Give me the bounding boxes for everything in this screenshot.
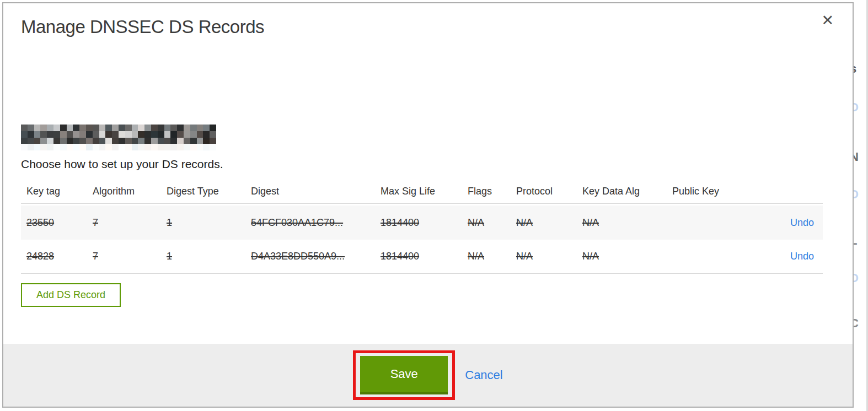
background-text-fragment: D bbox=[854, 271, 859, 285]
cell-max-sig-life: 1814400 bbox=[375, 217, 462, 229]
cell-digest: 54FCF030AA1C79... bbox=[245, 217, 375, 229]
cell-digest: D4A33E8DD550A9... bbox=[245, 251, 375, 262]
cell-key-tag: 23550 bbox=[21, 217, 87, 229]
background-text-fragment: D bbox=[854, 187, 859, 202]
column-header-max-sig-life: Max Sig Life bbox=[375, 186, 462, 197]
background-text-fragment: D bbox=[854, 100, 859, 115]
cell-max-sig-life: 1814400 bbox=[375, 251, 462, 262]
background-text-fragment: L bbox=[854, 234, 857, 248]
column-header-protocol: Protocol bbox=[511, 186, 577, 197]
background-text-fragment: N bbox=[854, 150, 859, 164]
table-header-row: Key tag Algorithm Digest Type Digest Max… bbox=[21, 180, 823, 204]
intro-text: Choose how to set up your DS records. bbox=[21, 158, 223, 171]
table-row: 23550 7 1 54FCF030AA1C79... 1814400 N/A … bbox=[21, 206, 823, 240]
manage-dnssec-dialog: Manage DNSSEC DS Records ✕ Choose how to… bbox=[2, 2, 854, 408]
cell-flags: N/A bbox=[462, 217, 511, 229]
annotation-highlight-box: Save bbox=[353, 350, 455, 400]
background-text-fragment: s bbox=[854, 62, 856, 76]
cancel-link[interactable]: Cancel bbox=[465, 368, 502, 382]
column-header-algorithm: Algorithm bbox=[87, 186, 161, 197]
column-header-public-key: Public Key bbox=[667, 186, 749, 197]
cell-digest-type: 1 bbox=[161, 251, 245, 262]
ds-records-table: Key tag Algorithm Digest Type Digest Max… bbox=[21, 180, 823, 274]
cell-flags: N/A bbox=[462, 251, 511, 262]
table-row: 24828 7 1 D4A33E8DD550A9... 1814400 N/A … bbox=[21, 240, 823, 274]
background-text-fragment: C bbox=[854, 316, 859, 331]
cell-algorithm: 7 bbox=[87, 217, 161, 229]
column-header-flags: Flags bbox=[462, 186, 511, 197]
cell-digest-type: 1 bbox=[161, 217, 245, 229]
undo-link[interactable]: Undo bbox=[790, 217, 814, 228]
dialog-title: Manage DNSSEC DS Records bbox=[21, 17, 264, 37]
column-header-digest-type: Digest Type bbox=[161, 186, 245, 197]
cell-key-data-alg: N/A bbox=[577, 251, 667, 262]
column-header-digest: Digest bbox=[245, 186, 375, 197]
undo-link[interactable]: Undo bbox=[790, 251, 814, 262]
column-header-key-data-alg: Key Data Alg bbox=[577, 186, 667, 197]
column-header-key-tag: Key tag bbox=[21, 186, 87, 197]
cell-key-data-alg: N/A bbox=[577, 217, 667, 229]
cell-algorithm: 7 bbox=[87, 251, 161, 262]
cell-protocol: N/A bbox=[511, 217, 577, 229]
save-button[interactable]: Save bbox=[360, 356, 448, 394]
cell-protocol: N/A bbox=[511, 251, 577, 262]
domain-redacted bbox=[21, 125, 216, 150]
background-page-edge: sDNDLDC bbox=[854, 0, 868, 411]
close-icon[interactable]: ✕ bbox=[821, 13, 834, 28]
dialog-footer: Save Cancel bbox=[3, 344, 853, 407]
cell-key-tag: 24828 bbox=[21, 251, 87, 262]
add-ds-record-button[interactable]: Add DS Record bbox=[21, 283, 121, 307]
